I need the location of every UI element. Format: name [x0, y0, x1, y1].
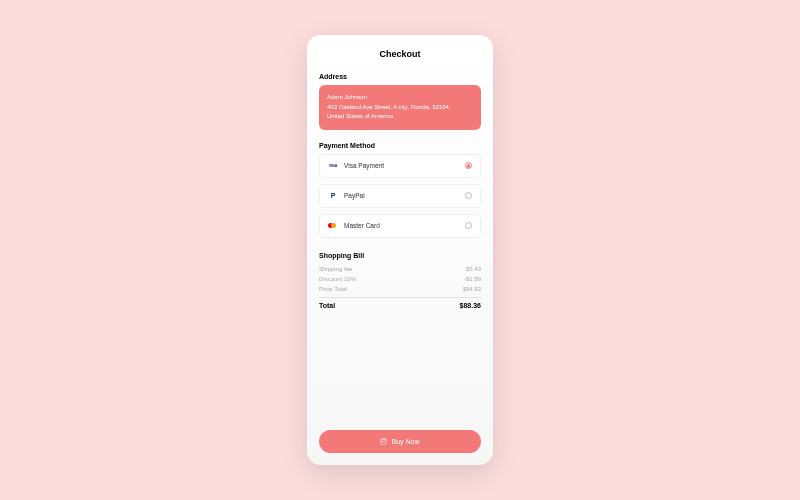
bill-row-value: -$1.89	[464, 276, 481, 282]
payment-option-label: PayPal	[344, 192, 459, 199]
bill-total: Total $88.36	[319, 297, 481, 309]
shopping-bill: Shopping Bill Shipping fee $5.43 Discoun…	[319, 252, 481, 309]
radio-selected-icon	[465, 162, 472, 169]
checkout-screen: Checkout Address Adam Johnson 403 Oaklan…	[307, 35, 493, 465]
address-country: United States of America	[327, 112, 473, 122]
bill-row-value: $84.82	[463, 286, 481, 292]
bill-row: Shipping fee $5.43	[319, 264, 481, 274]
paypal-icon: P	[328, 192, 338, 200]
buy-now-button[interactable]: Buy Now	[319, 430, 481, 453]
buy-button-label: Buy Now	[391, 438, 419, 445]
address-name: Adam Johnson	[327, 93, 473, 103]
radio-icon	[465, 222, 472, 229]
address-label: Address	[319, 73, 481, 80]
bill-row: Discount 10% -$1.89	[319, 274, 481, 284]
bill-row-value: $5.43	[466, 266, 481, 272]
bill-row-label: Shipping fee	[319, 266, 352, 272]
mastercard-icon	[328, 222, 338, 230]
payment-label: Payment Method	[319, 142, 481, 149]
bill-total-label: Total	[319, 302, 335, 309]
payment-option-label: Visa Payment	[344, 162, 459, 169]
radio-icon	[465, 192, 472, 199]
bill-row-label: Discount 10%	[319, 276, 356, 282]
bill-total-value: $88.36	[460, 302, 481, 309]
address-street: 403 Oakland Ave Street, A city, Florida,…	[327, 103, 473, 113]
page-title: Checkout	[319, 49, 481, 59]
payment-option-paypal[interactable]: P PayPal	[319, 184, 481, 208]
bill-row: Price Total $84.82	[319, 284, 481, 294]
payment-option-mastercard[interactable]: Master Card	[319, 214, 481, 238]
visa-icon: VISA	[328, 162, 338, 170]
shopping-bag-icon	[380, 438, 387, 445]
address-card[interactable]: Adam Johnson 403 Oakland Ave Street, A c…	[319, 85, 481, 130]
payment-option-label: Master Card	[344, 222, 459, 229]
payment-option-visa[interactable]: VISA Visa Payment	[319, 154, 481, 178]
bill-row-label: Price Total	[319, 286, 347, 292]
bill-label: Shopping Bill	[319, 252, 481, 259]
